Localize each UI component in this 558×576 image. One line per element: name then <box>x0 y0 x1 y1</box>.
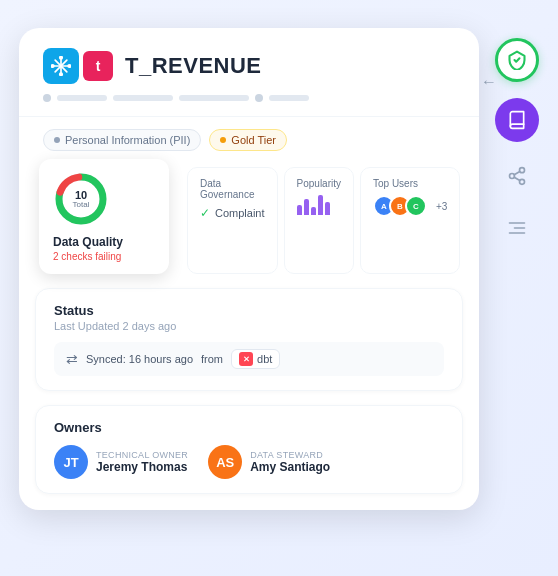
snowflake-logo <box>43 48 79 84</box>
table-title: T_REVENUE <box>125 53 262 79</box>
governance-value-row: ✓ Complaint <box>200 206 265 220</box>
main-card: t T_REVENUE Personal Information (PII) <box>19 28 479 510</box>
header-top: t T_REVENUE <box>43 48 455 84</box>
owner-role-1: Data Steward <box>250 450 330 460</box>
owner-avatar-1: AS <box>208 445 242 479</box>
logo-group: t <box>43 48 113 84</box>
owner-role-0: Technical Owner <box>96 450 188 460</box>
from-text: from <box>201 353 223 365</box>
status-title: Status <box>54 303 444 318</box>
bar-2 <box>304 199 309 215</box>
data-quality-card: 10 Total Data Quality 2 checks failing <box>39 159 169 274</box>
top-users-title: Top Users <box>373 178 447 189</box>
owners-title: Owners <box>54 420 444 435</box>
menu-icon-button[interactable] <box>499 210 535 246</box>
popularity-title: Popularity <box>297 178 341 189</box>
t-logo: t <box>83 51 113 81</box>
shield-icon-button[interactable] <box>495 38 539 82</box>
book-icon-button[interactable] <box>495 98 539 142</box>
svg-point-13 <box>60 73 63 76</box>
owners-section: Owners JT Technical Owner Jeremy Thomas … <box>35 405 463 494</box>
svg-point-14 <box>51 65 54 68</box>
owner-item-0: JT Technical Owner Jeremy Thomas <box>54 445 188 479</box>
bar-4 <box>318 195 323 215</box>
dbt-icon: ✕ <box>239 352 253 366</box>
svg-point-15 <box>68 65 71 68</box>
bar-1 <box>297 205 302 215</box>
owner-avatar-0: JT <box>54 445 88 479</box>
status-section: Status Last Updated 2 days ago ⇄ Synced:… <box>35 288 463 391</box>
metrics-row: 10 Total Data Quality 2 checks failing D… <box>19 151 479 274</box>
breadcrumb-dot-1 <box>43 94 51 102</box>
owner-info-1: Data Steward Amy Santiago <box>250 450 330 474</box>
svg-line-3 <box>514 177 520 180</box>
tag-gold[interactable]: Gold Tier <box>209 129 287 151</box>
top-users-value-row: A B C +3 <box>373 195 447 217</box>
owner-item-1: AS Data Steward Amy Santiago <box>208 445 330 479</box>
pii-dot <box>54 137 60 143</box>
sync-text: Synced: 16 hours ago <box>86 353 193 365</box>
plus-badge: +3 <box>436 201 447 212</box>
popularity-bars <box>297 195 341 215</box>
bar-5 <box>325 202 330 215</box>
breadcrumb-line-2 <box>113 95 173 101</box>
sidebar-icons <box>495 38 539 246</box>
donut-label: 10 Total <box>73 189 90 210</box>
sync-row: ⇄ Synced: 16 hours ago from ✕ dbt <box>54 342 444 376</box>
breadcrumb-line-4 <box>269 95 309 101</box>
svg-line-4 <box>514 171 520 174</box>
breadcrumb-line-1 <box>57 95 107 101</box>
metric-boxes: Data Governance ✓ Complaint Popularity <box>181 167 460 274</box>
source-name: dbt <box>257 353 272 365</box>
breadcrumb <box>43 94 455 102</box>
top-users-box: Top Users A B C +3 <box>360 167 460 274</box>
owners-row: JT Technical Owner Jeremy Thomas AS Data… <box>54 445 444 479</box>
share-icon-button[interactable] <box>499 158 535 194</box>
tags-row: Personal Information (PII) Gold Tier <box>19 117 479 151</box>
complaint-icon: ✓ <box>200 206 210 220</box>
from-badge: ✕ dbt <box>231 349 280 369</box>
card-header: t T_REVENUE <box>19 28 479 117</box>
owner-name-0: Jeremy Thomas <box>96 460 188 474</box>
dq-sub: 2 checks failing <box>53 251 155 262</box>
breadcrumb-line-3 <box>179 95 249 101</box>
governance-title: Data Governance <box>200 178 265 200</box>
donut-lbl: Total <box>73 201 90 210</box>
popularity-box: Popularity <box>284 167 354 274</box>
status-sub: Last Updated 2 days ago <box>54 320 444 332</box>
governance-value: Complaint <box>215 207 265 219</box>
scene: ← <box>19 18 539 558</box>
tag-gold-label: Gold Tier <box>231 134 276 146</box>
gold-dot <box>220 137 226 143</box>
owner-name-1: Amy Santiago <box>250 460 330 474</box>
svg-point-12 <box>60 56 63 59</box>
sync-icon: ⇄ <box>66 351 78 367</box>
tag-pii[interactable]: Personal Information (PII) <box>43 129 201 151</box>
breadcrumb-dot-2 <box>255 94 263 102</box>
avatar-stack: A B C <box>373 195 427 217</box>
tag-pii-label: Personal Information (PII) <box>65 134 190 146</box>
data-governance-box: Data Governance ✓ Complaint <box>187 167 278 274</box>
donut-chart: 10 Total <box>53 171 109 227</box>
dq-title: Data Quality <box>53 235 155 249</box>
owner-info-0: Technical Owner Jeremy Thomas <box>96 450 188 474</box>
bar-3 <box>311 207 316 215</box>
avatar-3: C <box>405 195 427 217</box>
